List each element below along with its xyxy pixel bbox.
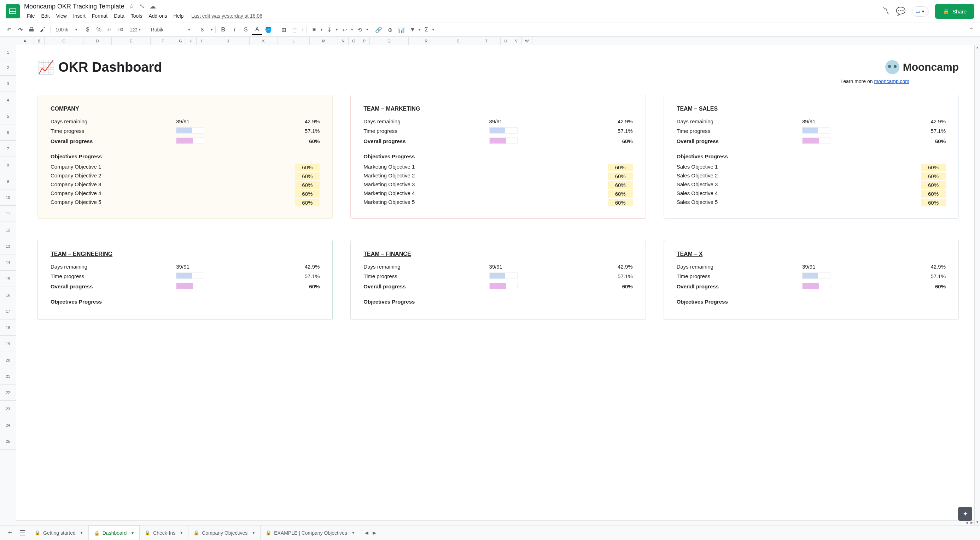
row-header-3[interactable]: 3 <box>0 76 16 92</box>
row-header-21[interactable]: 21 <box>0 368 16 384</box>
menu-data[interactable]: Data <box>111 12 127 20</box>
column-header-F[interactable]: F <box>151 37 175 45</box>
font-select[interactable] <box>148 25 187 34</box>
decrease-decimal-button[interactable]: .0← <box>105 24 116 35</box>
link-button[interactable]: 🔗 <box>373 24 384 35</box>
zoom-select[interactable] <box>52 25 74 34</box>
italic-button[interactable]: I <box>229 24 240 35</box>
borders-button[interactable]: ⊞ <box>278 24 289 35</box>
column-header-M[interactable]: M <box>310 37 338 45</box>
row-header-18[interactable]: 18 <box>0 319 16 336</box>
h-align-button[interactable]: ≡ <box>309 24 319 35</box>
vertical-scrollbar[interactable]: ▲ ▼ <box>974 45 980 525</box>
comment-button[interactable]: ⊕ <box>385 24 395 35</box>
column-header-Q[interactable]: Q <box>370 37 409 45</box>
tab-getting-started[interactable]: 🔒 Getting started ▼ <box>30 526 89 540</box>
sheets-logo[interactable] <box>6 4 20 18</box>
column-header-E[interactable]: E <box>112 37 151 45</box>
row-header-10[interactable]: 10 <box>0 189 16 206</box>
column-header-T[interactable]: T <box>473 37 501 45</box>
row-header-1[interactable]: 1 <box>0 45 16 59</box>
row-header-20[interactable]: 20 <box>0 352 16 368</box>
scroll-up-icon[interactable]: ▲ <box>975 45 980 50</box>
row-header-15[interactable]: 15 <box>0 271 16 287</box>
share-button[interactable]: 🔒 Share <box>935 4 974 19</box>
column-header-W[interactable]: W <box>522 37 533 45</box>
undo-button[interactable]: ↶ <box>3 24 14 35</box>
cloud-icon[interactable]: ☁ <box>150 3 156 10</box>
tab-check-ins[interactable]: 🔒 Check-Ins ▼ <box>140 526 188 540</box>
menu-view[interactable]: View <box>53 12 70 20</box>
row-header-9[interactable]: 9 <box>0 173 16 189</box>
column-header-J[interactable]: J <box>207 37 250 45</box>
wrap-button[interactable]: ↩ <box>339 24 350 35</box>
present-button[interactable]: ▭ ▼ <box>912 6 929 17</box>
column-header-U[interactable]: U <box>501 37 511 45</box>
row-header-14[interactable]: 14 <box>0 254 16 271</box>
menu-format[interactable]: Format <box>89 12 110 20</box>
row-header-16[interactable]: 16 <box>0 287 16 303</box>
row-header-23[interactable]: 23 <box>0 401 16 417</box>
sheet-content[interactable]: 📈 OKR Dashboard Mooncamp Learn more on m… <box>16 45 980 525</box>
row-header-19[interactable]: 19 <box>0 336 16 352</box>
text-color-button[interactable]: A <box>252 24 262 35</box>
fill-color-button[interactable]: 🪣 <box>263 24 274 35</box>
collapse-toolbar-button[interactable]: ⌃ <box>966 24 977 35</box>
tab-scroll-left-icon[interactable]: ◀ <box>365 530 368 535</box>
row-header-25[interactable]: 25 <box>0 433 16 449</box>
column-header-C[interactable]: C <box>45 37 83 45</box>
column-header-L[interactable]: L <box>278 37 310 45</box>
column-header-I[interactable]: I <box>197 37 207 45</box>
percent-button[interactable]: % <box>94 24 104 35</box>
column-header-B[interactable]: B <box>34 37 45 45</box>
column-header-A[interactable]: A <box>16 37 34 45</box>
select-all-cell[interactable] <box>0 37 16 45</box>
column-header-S[interactable]: S <box>444 37 473 45</box>
activity-icon[interactable]: 〽 <box>882 7 889 16</box>
menu-insert[interactable]: Insert <box>70 12 88 20</box>
print-button[interactable]: 🖶 <box>26 24 37 35</box>
column-header-P[interactable]: P <box>359 37 370 45</box>
scroll-right-icon[interactable]: ▶ <box>969 521 974 526</box>
row-header-12[interactable]: 12 <box>0 222 16 238</box>
row-header-11[interactable]: 11 <box>0 206 16 222</box>
menu-edit[interactable]: Edit <box>38 12 52 20</box>
bold-button[interactable]: B <box>218 24 228 35</box>
font-size-select[interactable] <box>195 25 209 34</box>
strikethrough-button[interactable]: S <box>240 24 251 35</box>
scroll-left-icon[interactable]: ◀ <box>964 521 969 526</box>
menu-file[interactable]: File <box>24 12 38 20</box>
merge-button[interactable]: ⬚ <box>290 24 300 35</box>
scroll-down-icon[interactable]: ▼ <box>975 520 980 525</box>
column-header-G[interactable]: G <box>175 37 186 45</box>
paint-format-button[interactable]: 🖌 <box>38 24 48 35</box>
column-header-V[interactable]: V <box>511 37 522 45</box>
column-header-O[interactable]: O <box>348 37 359 45</box>
explore-button[interactable]: ✦ <box>958 507 972 521</box>
all-sheets-button[interactable]: ☰ <box>17 527 28 538</box>
row-header-13[interactable]: 13 <box>0 238 16 254</box>
menu-help[interactable]: Help <box>171 12 187 20</box>
row-header-24[interactable]: 24 <box>0 417 16 433</box>
move-icon[interactable]: ⤡ <box>139 3 145 10</box>
menu-add-ons[interactable]: Add-ons <box>146 12 170 20</box>
tab-example-company-objectives[interactable]: 🔒 EXAMPLE | Company Objectives ▼ <box>261 526 360 540</box>
comments-icon[interactable]: 💬 <box>896 7 905 16</box>
mooncamp-link[interactable]: mooncamp.com <box>874 78 909 84</box>
chart-button[interactable]: 📊 <box>396 24 407 35</box>
column-header-D[interactable]: D <box>83 37 112 45</box>
currency-button[interactable]: $ <box>83 24 93 35</box>
row-header-6[interactable]: 6 <box>0 124 16 141</box>
filter-button[interactable]: ▼ <box>407 24 418 35</box>
menu-tools[interactable]: Tools <box>128 12 145 20</box>
tab-scroll-right-icon[interactable]: ▶ <box>372 530 376 535</box>
column-header-K[interactable]: K <box>250 37 278 45</box>
rotate-button[interactable]: ⟲ <box>354 24 365 35</box>
row-header-5[interactable]: 5 <box>0 108 16 124</box>
increase-decimal-button[interactable]: .00→ <box>116 24 127 35</box>
v-align-button[interactable]: ↧ <box>324 24 334 35</box>
star-icon[interactable]: ☆ <box>129 3 134 10</box>
row-header-22[interactable]: 22 <box>0 384 16 401</box>
row-header-7[interactable]: 7 <box>0 141 16 157</box>
row-header-8[interactable]: 8 <box>0 157 16 173</box>
